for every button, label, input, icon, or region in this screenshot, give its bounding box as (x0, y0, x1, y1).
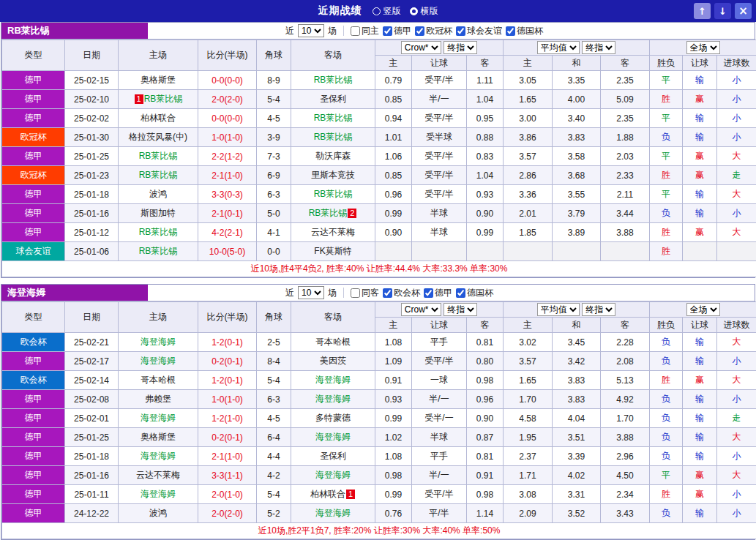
odds-source-select[interactable]: 终指 (444, 41, 477, 54)
radio-vertical[interactable]: 竖版 (373, 5, 401, 18)
home-team[interactable]: RB莱比锡 (139, 170, 178, 180)
away-team[interactable]: RB莱比锡 (314, 75, 353, 85)
odds-source-select[interactable]: Crow* (401, 303, 441, 316)
home-team[interactable]: 柏林联合 (141, 113, 176, 123)
away-team[interactable]: 云达不莱梅 (311, 227, 355, 237)
home-team[interactable]: 海登海姆 (141, 451, 176, 461)
checkbox-input[interactable] (383, 26, 392, 36)
column-header: 类型 (2, 302, 65, 333)
away-team[interactable]: 圣保利 (320, 451, 346, 461)
match-row: 德甲25-01-18海登海姆2-1(1-0)4-4圣保利1.08平手0.812.… (2, 447, 756, 466)
match-count-select[interactable]: 10 (298, 24, 324, 37)
home-team-cell: 波鸿 (119, 504, 198, 523)
europe-odds: 2.01 (504, 204, 553, 223)
home-team[interactable]: RB莱比锡 (139, 227, 178, 237)
home-team[interactable]: 格拉茨风暴(中) (129, 132, 187, 142)
radio-horizontal-label: 横版 (421, 5, 438, 18)
result: 平 (650, 185, 683, 204)
match-count-select[interactable]: 10 (298, 286, 324, 299)
checkbox-input[interactable] (424, 288, 433, 298)
filter-checkbox-0[interactable]: 同客 (351, 287, 379, 299)
filter-checkbox-2[interactable]: 德甲 (424, 287, 452, 299)
odds-source-select[interactable]: Crow* (401, 41, 441, 54)
home-team[interactable]: 波鸿 (149, 508, 167, 518)
home-team[interactable]: RB莱比锡 (139, 151, 178, 161)
home-team[interactable]: 云达不莱梅 (136, 470, 180, 480)
away-team[interactable]: 圣保利 (320, 94, 346, 104)
odds-source-select[interactable]: 终指 (582, 41, 615, 54)
away-team-cell: 海登海姆 (291, 428, 375, 447)
home-team[interactable]: 海登海姆 (141, 356, 176, 366)
handicap-odds: 1.04 (467, 166, 504, 185)
handicap-odds: 1.09 (375, 352, 412, 371)
away-team[interactable]: 海登海姆 (315, 394, 351, 404)
home-team[interactable]: 哥本哈根 (141, 375, 176, 385)
move-down-button[interactable]: ↓ (714, 3, 731, 19)
sub-header: 让球 (683, 56, 717, 71)
corners: 5-0 (257, 204, 291, 223)
filter-checkbox-1[interactable]: 欧会杯 (383, 287, 420, 299)
home-team[interactable]: 奥格斯堡 (141, 432, 176, 442)
europe-odds: 4.00 (553, 90, 601, 109)
odds-source-select[interactable]: 全场 (686, 303, 720, 316)
match-row: 德甲25-02-15奥格斯堡0-0(0-0)8-9RB莱比锡0.79受平/半1.… (2, 71, 756, 90)
close-button[interactable]: × (735, 3, 752, 19)
away-team[interactable]: 海登海姆 (315, 508, 351, 518)
handicap-odds: 0.99 (375, 409, 412, 428)
away-team[interactable]: RB莱比锡 (314, 132, 353, 142)
checkbox-input[interactable] (383, 288, 392, 298)
home-team[interactable]: 海登海姆 (141, 413, 176, 423)
away-team[interactable]: 海登海姆 (315, 432, 351, 442)
result: 输 (683, 447, 717, 466)
away-team[interactable]: FK莫斯特 (314, 246, 351, 256)
home-team[interactable]: RB莱比锡 (144, 94, 183, 104)
away-team[interactable]: 海登海姆 (315, 375, 351, 385)
result: 平 (650, 147, 683, 166)
away-team[interactable]: 里斯本竞技 (311, 170, 355, 180)
checkbox-input[interactable] (456, 288, 465, 298)
away-team[interactable]: 美因茨 (320, 356, 346, 366)
away-team-cell: 多特蒙德 (291, 409, 375, 428)
away-team[interactable]: 哥本哈根 (315, 337, 351, 347)
home-team[interactable]: 奥格斯堡 (141, 75, 176, 85)
home-team[interactable]: 弗赖堡 (145, 394, 171, 404)
checkbox-label: 欧会杯 (394, 287, 420, 299)
radio-horizontal[interactable]: 横版 (410, 5, 438, 18)
home-team[interactable]: 波鸿 (149, 189, 167, 199)
filter-checkbox-2[interactable]: 欧冠杯 (415, 25, 452, 37)
filter-checkbox-3[interactable]: 德国杯 (456, 287, 493, 299)
filter-checkbox-3[interactable]: 球会友谊 (456, 25, 502, 37)
away-team[interactable]: RB莱比锡 (314, 113, 353, 123)
filter-checkbox-0[interactable]: 同主 (351, 25, 379, 37)
away-team[interactable]: RB莱比锡 (314, 189, 353, 199)
home-team[interactable]: RB莱比锡 (139, 246, 178, 256)
handicap-odds (412, 242, 467, 261)
home-team[interactable]: 斯图加特 (141, 208, 176, 218)
filter-checkbox-4[interactable]: 德国杯 (506, 25, 543, 37)
checkbox-input[interactable] (415, 26, 424, 36)
europe-odds: 3.83 (553, 371, 601, 390)
away-team[interactable]: 勒沃库森 (315, 151, 351, 161)
away-team[interactable]: RB莱比锡 (309, 208, 348, 218)
away-team[interactable]: 海登海姆 (315, 470, 351, 480)
home-team[interactable]: 海登海姆 (141, 337, 176, 347)
odds-source-select[interactable]: 终指 (444, 303, 477, 316)
filter-checkbox-1[interactable]: 德甲 (383, 25, 411, 37)
odds-group-header-0: Crow* 终指 (375, 40, 504, 56)
checkbox-input[interactable] (506, 26, 515, 36)
odds-source-select[interactable]: 平均值 (537, 41, 580, 54)
result: 小 (717, 204, 756, 223)
move-up-button[interactable]: ↑ (694, 3, 711, 19)
away-team[interactable]: 柏林联合 (310, 489, 345, 499)
away-team[interactable]: 多特蒙德 (315, 413, 351, 423)
column-header: 主场 (119, 302, 198, 333)
europe-odds: 1.71 (504, 466, 553, 485)
odds-source-select[interactable]: 平均值 (537, 303, 580, 316)
checkbox-input[interactable] (351, 26, 360, 36)
checkbox-input[interactable] (351, 288, 360, 298)
checkbox-input[interactable] (456, 26, 465, 36)
home-team[interactable]: 海登海姆 (141, 489, 176, 499)
odds-source-select[interactable]: 全场 (686, 41, 720, 54)
result: 小 (717, 485, 756, 504)
odds-source-select[interactable]: 终指 (582, 303, 615, 316)
